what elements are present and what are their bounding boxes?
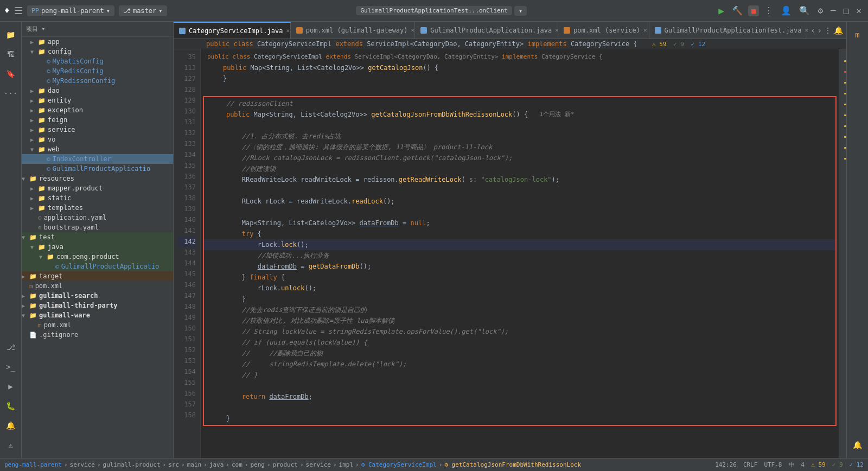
tree-item-target[interactable]: ▶📁target — [22, 271, 173, 281]
settings-icon[interactable]: ⚙ — [815, 4, 825, 17]
breadcrumb-item[interactable]: gulimall-product — [103, 461, 161, 468]
build-icon[interactable]: 🔨 — [730, 4, 745, 17]
tab-pom-gateway[interactable]: pom.xml (gulimall-gateway) ✕ — [291, 22, 415, 39]
tab-close-icon[interactable]: ✕ — [286, 27, 290, 34]
tab-overflow-icon[interactable]: ⋮ — [824, 26, 832, 35]
tree-item-indexcontroller[interactable]: ©IndexController — [22, 154, 173, 164]
language-icon[interactable]: 中 — [789, 461, 795, 469]
bookmarks-icon[interactable]: 🔖 — [2, 65, 20, 82]
structure-icon[interactable]: 🏗 — [2, 46, 20, 63]
tree-item-gulimall-search[interactable]: ▶📁gulimall-search — [22, 291, 173, 301]
maven-icon[interactable]: m — [849, 26, 866, 43]
tab-gulimallapp[interactable]: GulimallProductApplication.java ✕ — [415, 22, 558, 39]
breadcrumb-item[interactable]: service — [306, 461, 331, 468]
notifications-icon[interactable]: 🔔 — [2, 417, 20, 434]
minimize-button[interactable]: ─ — [828, 4, 838, 17]
tree-item-dao[interactable]: ▶📁dao — [22, 86, 173, 96]
tree-item-appyaml[interactable]: ⚙application.yaml — [22, 213, 173, 222]
breadcrumb-item[interactable]: ⚙ CategoryServiceImpl — [361, 461, 437, 468]
menu-icon[interactable]: ☰ — [14, 5, 23, 16]
project-label[interactable]: 项目 ▾ — [26, 25, 45, 33]
line-numbers: 35 113 127 128 129 130 131 132 133 134 1… — [174, 49, 201, 458]
tree-item-config[interactable]: ▼📁config — [22, 47, 173, 56]
project-icon[interactable]: 📁 — [2, 26, 20, 43]
tree-item-service[interactable]: ▶📁service — [22, 125, 173, 135]
tree-item-gulimall-ware[interactable]: ▼📁gulimall-ware — [22, 310, 173, 320]
cursor-position[interactable]: 142:26 — [715, 461, 737, 468]
tab-gulimallapptest[interactable]: GulimallProductApplicationTest.java ✕ — [649, 22, 808, 39]
notifications-right-icon[interactable]: 🔔 — [849, 436, 866, 454]
tree-item-myredissonconfig[interactable]: ©MyRedissonConfig — [22, 76, 173, 86]
editor-tabs: CategoryServiceImpl.java ✕ pom.xml (guli… — [174, 22, 846, 39]
user-icon[interactable]: 👤 — [778, 4, 794, 17]
more-icon[interactable]: ··· — [2, 85, 20, 102]
code-line-128 — [201, 84, 839, 95]
tree-item-gulimall-third[interactable]: ▶📁gulimall-third-party — [22, 301, 173, 310]
tab-pom-service[interactable]: pom.xml (service) ✕ — [558, 22, 649, 39]
git-icon[interactable]: ⎇ — [2, 339, 20, 356]
tab-scroll-right-icon[interactable]: › — [818, 26, 822, 35]
tree-item-feign[interactable]: ▶📁feign — [22, 115, 173, 125]
tree-item-app[interactable]: ▶📁app — [22, 37, 173, 47]
tree-item-templates[interactable]: ▶📁templates — [22, 203, 173, 213]
tree-item-static[interactable]: ▶📁static — [22, 193, 173, 203]
tab-close-service-icon[interactable]: ✕ — [643, 27, 647, 34]
more-actions-icon[interactable]: ⋮ — [762, 4, 775, 17]
tree-item-pom[interactable]: mpom.xml — [22, 281, 173, 291]
tree-item-resources[interactable]: ▼📁resources — [22, 174, 173, 183]
code-content[interactable]: public class CategoryServiceImpl extends… — [201, 49, 839, 458]
tab-close-gateway-icon[interactable]: ✕ — [411, 27, 415, 34]
code-line-130: public Map<String, List<Catelog2Vo>> get… — [204, 109, 835, 120]
tree-item-mybatisconfig[interactable]: ©MybatisConfig — [22, 56, 173, 66]
tree-item-gulimallapptest[interactable]: ©GulimallProductApplicatio — [22, 262, 173, 271]
right-icon-bar: m 🔔 — [846, 22, 868, 458]
breadcrumb-item[interactable]: src — [168, 461, 179, 468]
breadcrumb-item[interactable]: impl — [339, 461, 354, 468]
tree-item-myredisconfig[interactable]: ©MyRedisConfig — [22, 66, 173, 76]
file-tree-header[interactable]: 项目 ▾ — [22, 22, 173, 37]
stop-button[interactable]: ■ — [748, 5, 759, 16]
breadcrumb-item[interactable]: main — [187, 461, 202, 468]
close-button[interactable]: ✕ — [854, 4, 864, 17]
tab-actions: ‹ › ⋮ 🔔 — [807, 22, 846, 39]
tree-item-web[interactable]: ▼📁web — [22, 144, 173, 154]
breadcrumb-item[interactable]: peng — [250, 461, 265, 468]
breadcrumb-item[interactable]: service — [70, 461, 95, 468]
line-separator[interactable]: CRLF — [743, 461, 758, 468]
tree-item-bootstrapyaml[interactable]: ⚙bootstrap.yaml — [22, 222, 173, 232]
maximize-button[interactable]: □ — [841, 4, 851, 17]
left-icon-bar: 📁 🏗 🔖 ··· ⎇ >_ ▶ 🐛 🔔 ⚠ — [0, 22, 22, 458]
tab-categoryserviceimpl[interactable]: CategoryServiceImpl.java ✕ — [174, 22, 291, 39]
project-name[interactable]: PP peng-mall-parent ▾ — [27, 5, 114, 16]
tree-item-com-peng[interactable]: ▼📁com.peng.product — [22, 252, 173, 262]
tree-item-test[interactable]: ▼📁test — [22, 232, 173, 242]
tree-item-exception[interactable]: ▶📁exception — [22, 105, 173, 115]
breadcrumb-item[interactable]: java — [209, 461, 224, 468]
tree-item-java[interactable]: ▼📁java — [22, 242, 173, 252]
tree-item-gulimallapp[interactable]: ©GulimallProductApplicatio — [22, 164, 173, 174]
breadcrumb-item[interactable]: ⚙ getCatalogJsonFromDbWithRedissonLock — [444, 461, 581, 468]
breadcrumb-item[interactable]: product — [273, 461, 298, 468]
tab-scroll-left-icon[interactable]: ‹ — [810, 26, 815, 35]
breadcrumb-item[interactable]: peng-mall-parent — [4, 461, 62, 468]
tree-item-pom-ware[interactable]: mpom.xml — [22, 320, 173, 330]
right-scrollbar[interactable] — [839, 49, 846, 458]
code-line-147: } — [204, 294, 835, 304]
encoding[interactable]: UTF-8 — [764, 461, 782, 468]
run-icon[interactable]: ▶ — [2, 378, 20, 395]
tree-item-vo[interactable]: ▶📁vo — [22, 135, 173, 144]
terminal-icon[interactable]: >_ — [2, 358, 20, 375]
indent-settings[interactable]: 4 — [801, 461, 805, 468]
tree-item-mapper[interactable]: ▶📁mapper.product — [22, 183, 173, 193]
run-button[interactable]: ▶ — [716, 4, 726, 17]
branch-selector[interactable]: ⎇ master ▾ — [119, 5, 167, 16]
code-line-136: RReadWriteLock readWriteLock = redisson.… — [204, 174, 835, 185]
notifications-bell-icon[interactable]: 🔔 — [834, 26, 843, 35]
breadcrumb-item[interactable]: com — [232, 461, 242, 468]
problems-icon[interactable]: ⚠ — [2, 436, 20, 454]
search-icon[interactable]: 🔍 — [797, 4, 812, 17]
tree-item-entity[interactable]: ▶📁entity — [22, 96, 173, 105]
tree-item-gitignore[interactable]: 📄.gitignore — [22, 330, 173, 340]
debug-icon[interactable]: 🐛 — [2, 397, 20, 415]
error-count-badge: ✓ 9 — [832, 461, 843, 468]
